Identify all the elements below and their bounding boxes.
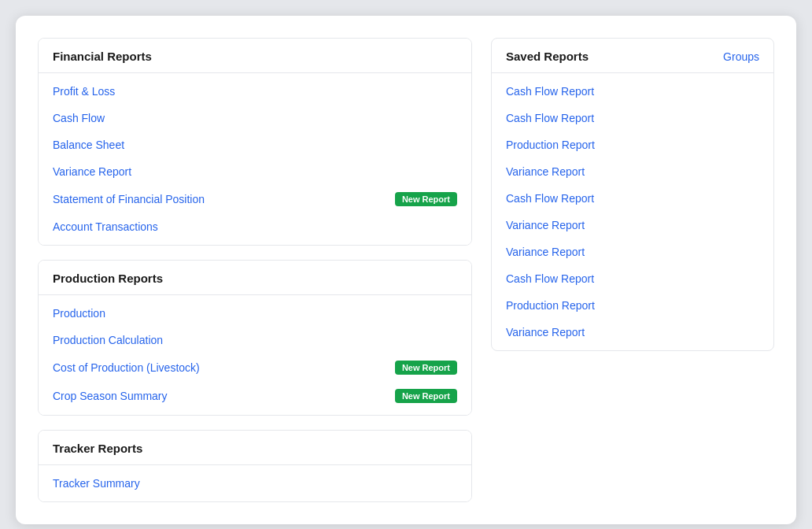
tracker-reports-body: Tracker Summary <box>39 465 471 501</box>
saved-report-item[interactable]: Cash Flow Report <box>492 185 773 212</box>
report-link[interactable]: Production <box>53 307 105 320</box>
list-item[interactable]: Crop Season SummaryNew Report <box>39 382 471 410</box>
list-item[interactable]: Production Calculation <box>39 327 471 353</box>
groups-link[interactable]: Groups <box>723 50 759 63</box>
list-item[interactable]: Account Transactions <box>39 213 471 240</box>
left-panel: Financial Reports Profit & LossCash Flow… <box>38 38 472 502</box>
production-reports-title: Production Reports <box>39 261 471 295</box>
saved-report-item[interactable]: Cash Flow Report <box>492 105 773 131</box>
saved-reports-section: Saved Reports Groups Cash Flow ReportCas… <box>491 38 774 351</box>
list-item[interactable]: Variance Report <box>39 158 471 185</box>
main-container: Financial Reports Profit & LossCash Flow… <box>16 16 796 524</box>
financial-reports-section: Financial Reports Profit & LossCash Flow… <box>38 38 472 246</box>
right-panel: Saved Reports Groups Cash Flow ReportCas… <box>491 38 774 502</box>
report-link[interactable]: Profit & Loss <box>53 85 115 98</box>
list-item[interactable]: Statement of Financial PositionNew Repor… <box>39 185 471 213</box>
report-link[interactable]: Balance Sheet <box>53 139 124 151</box>
report-link[interactable]: Variance Report <box>53 165 131 178</box>
new-report-badge: New Report <box>395 192 457 206</box>
report-link[interactable]: Production Calculation <box>53 334 163 346</box>
saved-report-item[interactable]: Variance Report <box>492 212 773 239</box>
production-reports-section: Production Reports ProductionProduction … <box>38 260 472 416</box>
report-link[interactable]: Cash Flow <box>53 112 105 124</box>
report-link[interactable]: Account Transactions <box>53 220 158 233</box>
saved-report-item[interactable]: Production Report <box>492 292 773 319</box>
saved-report-item[interactable]: Production Report <box>492 131 773 158</box>
production-reports-body: ProductionProduction CalculationCost of … <box>39 295 471 415</box>
saved-reports-title: Saved Reports <box>506 50 589 63</box>
saved-report-item[interactable]: Variance Report <box>492 158 773 185</box>
report-link[interactable]: Tracker Summary <box>53 477 140 490</box>
saved-report-item[interactable]: Variance Report <box>492 239 773 265</box>
list-item[interactable]: Cost of Production (Livestock)New Report <box>39 353 471 382</box>
saved-report-item[interactable]: Variance Report <box>492 319 773 346</box>
saved-reports-header: Saved Reports Groups <box>492 39 773 73</box>
list-item[interactable]: Profit & Loss <box>39 78 471 105</box>
saved-reports-body: Cash Flow ReportCash Flow ReportProducti… <box>492 73 773 350</box>
saved-report-item[interactable]: Cash Flow Report <box>492 78 773 105</box>
list-item[interactable]: Tracker Summary <box>39 470 471 497</box>
list-item[interactable]: Production <box>39 300 471 327</box>
new-report-badge: New Report <box>395 389 457 403</box>
tracker-reports-section: Tracker Reports Tracker Summary <box>38 430 472 502</box>
report-link[interactable]: Cost of Production (Livestock) <box>53 361 200 374</box>
financial-reports-title: Financial Reports <box>39 39 471 73</box>
list-item[interactable]: Cash Flow <box>39 105 471 131</box>
report-link[interactable]: Crop Season Summary <box>53 390 168 402</box>
financial-reports-body: Profit & LossCash FlowBalance SheetVaria… <box>39 73 471 245</box>
list-item[interactable]: Balance Sheet <box>39 131 471 158</box>
report-link[interactable]: Statement of Financial Position <box>53 193 205 205</box>
new-report-badge: New Report <box>395 361 457 375</box>
tracker-reports-title: Tracker Reports <box>39 431 471 465</box>
saved-report-item[interactable]: Cash Flow Report <box>492 265 773 292</box>
